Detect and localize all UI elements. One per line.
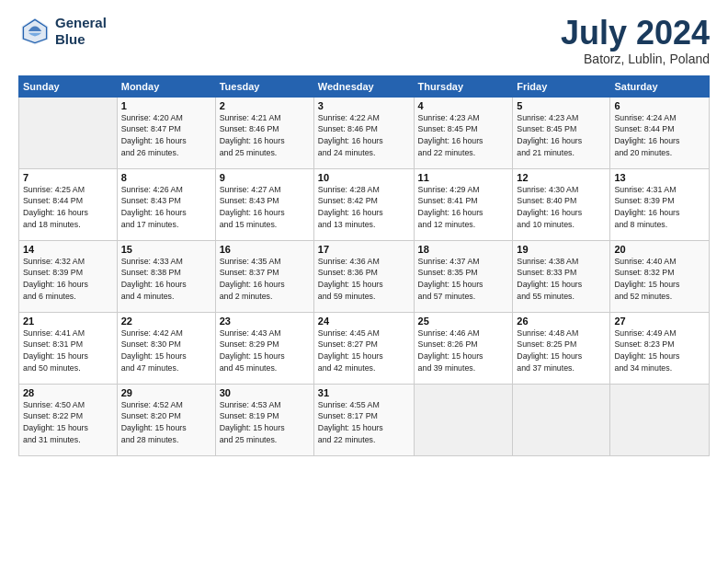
day-number: 13	[614, 172, 705, 183]
day-number: 6	[614, 100, 705, 111]
day-info: Sunrise: 4:33 AM Sunset: 8:38 PM Dayligh…	[121, 256, 211, 303]
day-cell: 8Sunrise: 4:26 AM Sunset: 8:43 PM Daylig…	[117, 168, 215, 240]
day-info: Sunrise: 4:52 AM Sunset: 8:20 PM Dayligh…	[121, 399, 211, 446]
day-number: 16	[220, 244, 310, 255]
day-info: Sunrise: 4:48 AM Sunset: 8:25 PM Dayligh…	[517, 327, 606, 374]
day-info: Sunrise: 4:29 AM Sunset: 8:41 PM Dayligh…	[418, 184, 509, 231]
day-cell: 27Sunrise: 4:49 AM Sunset: 8:23 PM Dayli…	[610, 312, 710, 384]
day-info: Sunrise: 4:28 AM Sunset: 8:42 PM Dayligh…	[318, 184, 410, 231]
week-row-1: 1Sunrise: 4:20 AM Sunset: 8:47 PM Daylig…	[19, 97, 710, 168]
day-cell: 19Sunrise: 4:38 AM Sunset: 8:33 PM Dayli…	[513, 240, 610, 312]
day-cell	[610, 384, 710, 455]
day-info: Sunrise: 4:38 AM Sunset: 8:33 PM Dayligh…	[517, 256, 606, 303]
day-cell: 9Sunrise: 4:27 AM Sunset: 8:43 PM Daylig…	[215, 168, 313, 240]
day-cell: 30Sunrise: 4:53 AM Sunset: 8:19 PM Dayli…	[215, 384, 313, 455]
logo-line1: General	[55, 15, 107, 31]
day-info: Sunrise: 4:25 AM Sunset: 8:44 PM Dayligh…	[23, 184, 113, 231]
day-info: Sunrise: 4:35 AM Sunset: 8:37 PM Dayligh…	[220, 256, 310, 303]
day-number: 22	[121, 316, 211, 327]
day-cell: 7Sunrise: 4:25 AM Sunset: 8:44 PM Daylig…	[19, 168, 118, 240]
day-number: 20	[614, 244, 705, 255]
day-number: 29	[121, 387, 211, 398]
day-info: Sunrise: 4:37 AM Sunset: 8:35 PM Dayligh…	[418, 256, 509, 303]
day-cell: 28Sunrise: 4:50 AM Sunset: 8:22 PM Dayli…	[19, 384, 118, 455]
day-info: Sunrise: 4:23 AM Sunset: 8:45 PM Dayligh…	[418, 112, 509, 159]
day-cell: 3Sunrise: 4:22 AM Sunset: 8:46 PM Daylig…	[313, 97, 414, 168]
title-block: July 2024 Batorz, Lublin, Poland	[561, 15, 710, 66]
day-number: 8	[121, 172, 211, 183]
day-number: 10	[318, 172, 410, 183]
col-header-sunday: Sunday	[19, 75, 118, 97]
day-number: 11	[418, 172, 509, 183]
day-info: Sunrise: 4:43 AM Sunset: 8:29 PM Dayligh…	[220, 327, 310, 374]
day-cell: 31Sunrise: 4:55 AM Sunset: 8:17 PM Dayli…	[313, 384, 414, 455]
day-number: 5	[517, 100, 606, 111]
day-number: 25	[418, 316, 509, 327]
day-number: 2	[220, 100, 310, 111]
day-number: 15	[121, 244, 211, 255]
day-number: 4	[418, 100, 509, 111]
logo: General Blue	[18, 15, 107, 48]
day-info: Sunrise: 4:46 AM Sunset: 8:26 PM Dayligh…	[418, 327, 509, 374]
day-number: 28	[23, 387, 113, 398]
day-info: Sunrise: 4:30 AM Sunset: 8:40 PM Dayligh…	[517, 184, 606, 231]
day-cell: 25Sunrise: 4:46 AM Sunset: 8:26 PM Dayli…	[414, 312, 513, 384]
day-number: 31	[318, 387, 410, 398]
header-row: SundayMondayTuesdayWednesdayThursdayFrid…	[19, 75, 710, 97]
week-row-5: 28Sunrise: 4:50 AM Sunset: 8:22 PM Dayli…	[19, 384, 710, 455]
day-cell: 4Sunrise: 4:23 AM Sunset: 8:45 PM Daylig…	[414, 97, 513, 168]
logo-icon	[18, 15, 51, 48]
col-header-tuesday: Tuesday	[215, 75, 313, 97]
day-cell: 10Sunrise: 4:28 AM Sunset: 8:42 PM Dayli…	[313, 168, 414, 240]
day-info: Sunrise: 4:22 AM Sunset: 8:46 PM Dayligh…	[318, 112, 410, 159]
day-cell: 17Sunrise: 4:36 AM Sunset: 8:36 PM Dayli…	[313, 240, 414, 312]
day-info: Sunrise: 4:21 AM Sunset: 8:46 PM Dayligh…	[220, 112, 310, 159]
day-number: 14	[23, 244, 113, 255]
day-cell: 26Sunrise: 4:48 AM Sunset: 8:25 PM Dayli…	[513, 312, 610, 384]
day-info: Sunrise: 4:42 AM Sunset: 8:30 PM Dayligh…	[121, 327, 211, 374]
day-cell: 24Sunrise: 4:45 AM Sunset: 8:27 PM Dayli…	[313, 312, 414, 384]
day-cell: 2Sunrise: 4:21 AM Sunset: 8:46 PM Daylig…	[215, 97, 313, 168]
day-cell: 5Sunrise: 4:23 AM Sunset: 8:45 PM Daylig…	[513, 97, 610, 168]
day-info: Sunrise: 4:53 AM Sunset: 8:19 PM Dayligh…	[220, 399, 310, 446]
day-cell: 20Sunrise: 4:40 AM Sunset: 8:32 PM Dayli…	[610, 240, 710, 312]
day-cell: 22Sunrise: 4:42 AM Sunset: 8:30 PM Dayli…	[117, 312, 215, 384]
logo-line2: Blue	[55, 31, 107, 48]
day-cell: 14Sunrise: 4:32 AM Sunset: 8:39 PM Dayli…	[19, 240, 118, 312]
day-cell: 29Sunrise: 4:52 AM Sunset: 8:20 PM Dayli…	[117, 384, 215, 455]
month-title: July 2024	[561, 15, 710, 52]
day-cell: 11Sunrise: 4:29 AM Sunset: 8:41 PM Dayli…	[414, 168, 513, 240]
day-info: Sunrise: 4:31 AM Sunset: 8:39 PM Dayligh…	[614, 184, 705, 231]
day-cell: 13Sunrise: 4:31 AM Sunset: 8:39 PM Dayli…	[610, 168, 710, 240]
day-info: Sunrise: 4:49 AM Sunset: 8:23 PM Dayligh…	[614, 327, 705, 374]
day-number: 9	[220, 172, 310, 183]
day-info: Sunrise: 4:23 AM Sunset: 8:45 PM Dayligh…	[517, 112, 606, 159]
day-number: 19	[517, 244, 606, 255]
day-cell	[19, 97, 118, 168]
day-cell: 21Sunrise: 4:41 AM Sunset: 8:31 PM Dayli…	[19, 312, 118, 384]
day-info: Sunrise: 4:55 AM Sunset: 8:17 PM Dayligh…	[318, 399, 410, 446]
week-row-4: 21Sunrise: 4:41 AM Sunset: 8:31 PM Dayli…	[19, 312, 710, 384]
calendar-table: SundayMondayTuesdayWednesdayThursdayFrid…	[18, 75, 710, 456]
day-info: Sunrise: 4:36 AM Sunset: 8:36 PM Dayligh…	[318, 256, 410, 303]
day-cell: 15Sunrise: 4:33 AM Sunset: 8:38 PM Dayli…	[117, 240, 215, 312]
day-cell: 1Sunrise: 4:20 AM Sunset: 8:47 PM Daylig…	[117, 97, 215, 168]
day-info: Sunrise: 4:40 AM Sunset: 8:32 PM Dayligh…	[614, 256, 705, 303]
day-cell	[513, 384, 610, 455]
col-header-wednesday: Wednesday	[313, 75, 414, 97]
day-info: Sunrise: 4:50 AM Sunset: 8:22 PM Dayligh…	[23, 399, 113, 446]
page: General Blue July 2024 Batorz, Lublin, P…	[0, 0, 728, 563]
header: General Blue July 2024 Batorz, Lublin, P…	[18, 15, 710, 66]
day-number: 1	[121, 100, 211, 111]
day-cell: 23Sunrise: 4:43 AM Sunset: 8:29 PM Dayli…	[215, 312, 313, 384]
day-number: 30	[220, 387, 310, 398]
day-cell: 6Sunrise: 4:24 AM Sunset: 8:44 PM Daylig…	[610, 97, 710, 168]
week-row-3: 14Sunrise: 4:32 AM Sunset: 8:39 PM Dayli…	[19, 240, 710, 312]
day-number: 3	[318, 100, 410, 111]
day-number: 26	[517, 316, 606, 327]
day-number: 18	[418, 244, 509, 255]
week-row-2: 7Sunrise: 4:25 AM Sunset: 8:44 PM Daylig…	[19, 168, 710, 240]
day-info: Sunrise: 4:24 AM Sunset: 8:44 PM Dayligh…	[614, 112, 705, 159]
col-header-saturday: Saturday	[610, 75, 710, 97]
col-header-thursday: Thursday	[414, 75, 513, 97]
